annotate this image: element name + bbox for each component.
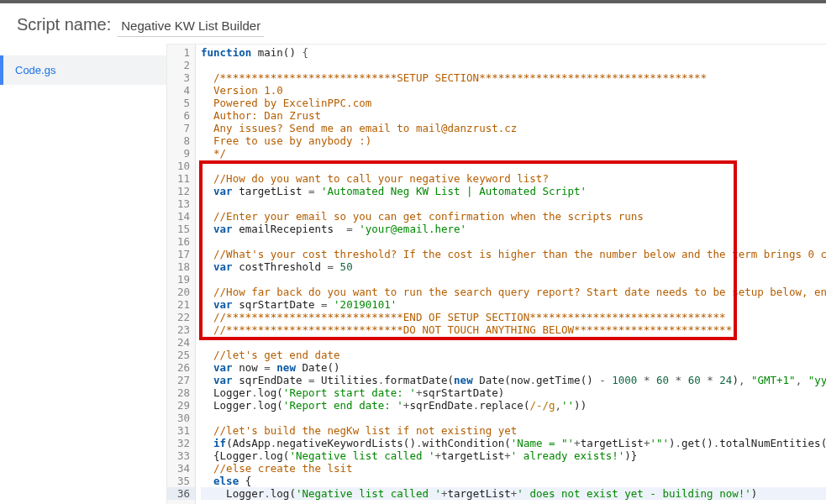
code-line[interactable] <box>201 197 826 210</box>
code-line[interactable]: //How far back do you want to run the se… <box>201 286 826 298</box>
code-line[interactable]: Author: Dan Zrust <box>201 109 826 122</box>
line-number: 6 <box>167 109 195 122</box>
code-line[interactable]: var sqrStartDate = '20190101' <box>201 298 826 311</box>
code-line[interactable]: var costThreshold = 50 <box>201 260 826 273</box>
line-number: 22 <box>167 311 195 323</box>
line-number: 34 <box>167 462 195 475</box>
code-line[interactable]: //Enter your email so you can get confir… <box>201 210 826 223</box>
file-tab-code-gs[interactable]: Code.gs <box>0 55 166 85</box>
code-editor[interactable]: 1234567891011121314151617181920212223242… <box>166 44 826 504</box>
code-line[interactable]: function main() { <box>201 46 826 59</box>
code-line[interactable]: Version 1.0 <box>201 84 826 97</box>
code-line[interactable]: Logger.log('Report end date: '+sqrEndDat… <box>201 399 826 412</box>
line-number: 3 <box>167 71 195 84</box>
code-line[interactable]: //else create the lsit <box>201 462 826 475</box>
code-line[interactable]: else { <box>201 475 826 487</box>
code-line[interactable] <box>201 160 826 172</box>
line-number: 30 <box>167 412 195 424</box>
code-line[interactable] <box>201 412 826 424</box>
line-number: 27 <box>167 374 195 386</box>
line-number: 33 <box>167 449 195 462</box>
code-line[interactable]: Any issues? Send me an email to mail@dan… <box>201 122 826 134</box>
line-number: 35 <box>167 475 195 487</box>
line-number: 14 <box>167 210 195 223</box>
line-number: 28 <box>167 386 195 399</box>
line-number: 23 <box>167 323 195 336</box>
line-number: 19 <box>167 273 195 286</box>
code-line[interactable]: if(AdsApp.negativeKeywordLists().withCon… <box>201 437 826 449</box>
code-line[interactable] <box>201 59 826 71</box>
line-number: 15 <box>167 223 195 235</box>
main-area: Code.gs 12345678910111213141516171819202… <box>0 44 826 504</box>
line-number: 31 <box>167 424 195 437</box>
code-area[interactable]: function main() { /*********************… <box>196 45 826 504</box>
line-number: 16 <box>167 235 195 248</box>
line-number: 7 <box>167 122 195 134</box>
code-line[interactable]: //let's get end date <box>201 349 826 361</box>
code-line[interactable] <box>201 336 826 349</box>
code-line[interactable] <box>201 273 826 286</box>
line-number: 1 <box>167 46 195 59</box>
line-number: 12 <box>167 185 195 197</box>
line-number: 11 <box>167 172 195 185</box>
line-number: 9 <box>167 147 195 160</box>
line-number: 20 <box>167 286 195 298</box>
code-line[interactable]: */ <box>201 147 826 160</box>
code-line[interactable]: var emailRecepients = 'your@email.here' <box>201 223 826 235</box>
line-number: 4 <box>167 84 195 97</box>
line-number: 26 <box>167 361 195 374</box>
line-number: 29 <box>167 399 195 412</box>
code-line[interactable]: //****************************END OF SET… <box>201 311 826 323</box>
line-number: 17 <box>167 248 195 260</box>
code-line[interactable]: //What's your cost threshold? If the cos… <box>201 248 826 260</box>
script-name-input[interactable]: Negative KW List Builder <box>118 17 264 37</box>
code-line[interactable]: //How do you want to call your negative … <box>201 172 826 185</box>
code-line[interactable]: var sqrEndDate = Utilities.formatDate(ne… <box>201 374 826 386</box>
line-number-gutter: 1234567891011121314151617181920212223242… <box>167 45 196 504</box>
line-number: 25 <box>167 349 195 361</box>
file-sidebar: Code.gs <box>0 44 166 504</box>
code-line[interactable]: //****************************DO NOT TOU… <box>201 323 826 336</box>
code-line[interactable]: var targetList = 'Automated Neg KW List … <box>201 185 826 197</box>
code-line[interactable]: Logger.log('Negative list called '+targe… <box>201 487 826 500</box>
code-line[interactable]: Free to use by anybody :) <box>201 134 826 147</box>
line-number: 13 <box>167 197 195 210</box>
code-line[interactable]: /****************************SETUP SECTI… <box>201 71 826 84</box>
line-number: 5 <box>167 97 195 109</box>
script-name-label: Script name: <box>17 15 111 34</box>
line-number: 36 <box>167 487 195 500</box>
line-number: 8 <box>167 134 195 147</box>
line-number: 2 <box>167 59 195 71</box>
code-line[interactable]: Logger.log('Report start date: '+sqrStar… <box>201 386 826 399</box>
code-line[interactable] <box>201 235 826 248</box>
code-line[interactable]: var now = new Date() <box>201 361 826 374</box>
line-number: 18 <box>167 260 195 273</box>
line-number: 10 <box>167 160 195 172</box>
line-number: 24 <box>167 336 195 349</box>
line-number: 32 <box>167 437 195 449</box>
header-bar: Script name: Negative KW List Builder <box>0 3 826 44</box>
code-line[interactable]: //let's build the negKw list if not exis… <box>201 424 826 437</box>
line-number: 21 <box>167 298 195 311</box>
code-line[interactable]: {Logger.log('Negative list called '+targ… <box>201 449 826 462</box>
code-line[interactable]: Powered by ExcelinPPC.com <box>201 97 826 109</box>
